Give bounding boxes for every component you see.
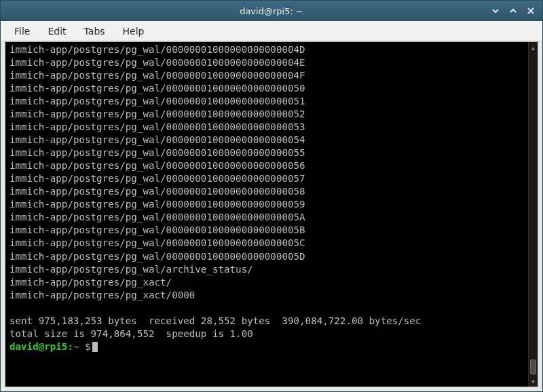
prompt-user-host: david@rpi5: [10, 341, 67, 352]
minimize-button[interactable]: [488, 4, 503, 18]
menu-tabs[interactable]: Tabs: [76, 24, 113, 39]
terminal-output[interactable]: immich-app/postgres/pg_wal/0000000100000…: [5, 42, 528, 387]
menubar: File Edit Tabs Help: [1, 21, 542, 41]
shell-prompt: david@rpi5:~ $: [10, 341, 98, 352]
chevron-down-icon: [491, 7, 500, 15]
scrollbar[interactable]: ▴ ▾: [528, 42, 538, 387]
close-icon: [527, 7, 535, 15]
window-controls: [488, 4, 538, 18]
scroll-thumb[interactable]: [530, 359, 536, 374]
scroll-up-arrow-icon[interactable]: ▴: [529, 42, 538, 53]
terminal-frame: immich-app/postgres/pg_wal/0000000100000…: [5, 41, 538, 387]
cursor-block-icon: [92, 342, 98, 352]
window-title: david@rpi5: ~: [55, 6, 488, 16]
menu-help[interactable]: Help: [115, 24, 153, 39]
menu-edit[interactable]: Edit: [39, 24, 74, 39]
prompt-colon: :: [67, 341, 73, 352]
prompt-path: ~: [73, 341, 79, 352]
terminal-window: david@rpi5: ~ File Edit Tabs Help immich…: [0, 0, 543, 392]
scroll-down-arrow-icon[interactable]: ▾: [529, 376, 538, 387]
menu-file[interactable]: File: [6, 24, 38, 39]
chevron-up-icon: [509, 7, 517, 15]
titlebar[interactable]: david@rpi5: ~: [1, 1, 542, 21]
terminal-wrap: immich-app/postgres/pg_wal/0000000100000…: [1, 41, 542, 391]
close-button[interactable]: [523, 4, 538, 18]
prompt-dollar: $: [79, 341, 91, 352]
maximize-button[interactable]: [506, 4, 521, 18]
